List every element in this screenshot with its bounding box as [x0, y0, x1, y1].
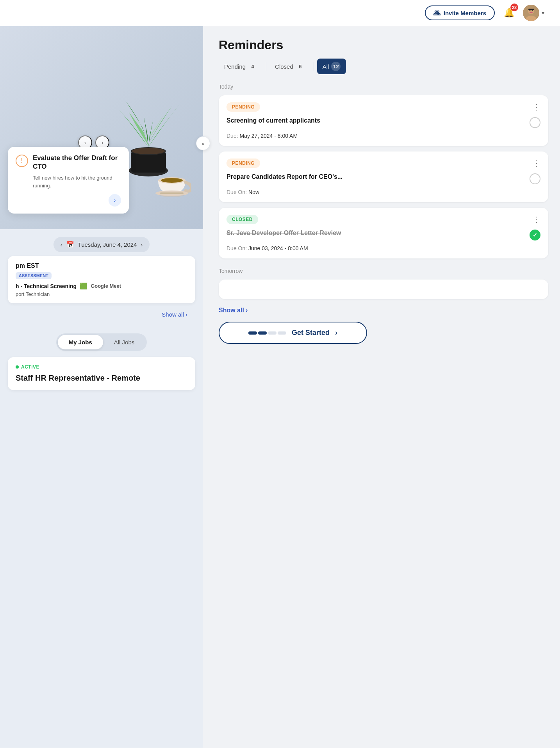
reminder-checkbox[interactable]: [530, 117, 540, 128]
tab-all-jobs[interactable]: All Jobs: [103, 335, 146, 349]
event-time: pm EST: [16, 262, 187, 269]
pending-count: 4: [248, 62, 257, 71]
reminder-due: Due On: Now: [226, 189, 540, 195]
active-label: ACTIVE: [21, 364, 39, 370]
warning-icon: !: [16, 155, 28, 167]
main-layout: ‹ › ! Evaluate the Offer Draft for CTO T…: [0, 26, 560, 748]
card-body: Tell new hires how to hit the ground run…: [33, 174, 121, 189]
reminder-card-0: PENDING ⋮ Screening of current applicant…: [219, 95, 548, 146]
more-options-button[interactable]: ⋮: [533, 102, 540, 112]
invite-icon: [433, 9, 441, 16]
filter-divider-2: [314, 62, 314, 71]
reminders-show-all-link[interactable]: Show all ›: [219, 307, 548, 314]
left-panel: ‹ › ! Evaluate the Offer Draft for CTO T…: [0, 26, 203, 748]
svg-rect-14: [160, 192, 184, 194]
avatar: [523, 5, 539, 21]
event-card: pm EST ASSESSMENT h - Technical Screenin…: [8, 256, 195, 303]
event-name: h - Technical Screening 🟩 Google Meet: [16, 282, 187, 290]
notification-badge: 22: [510, 4, 518, 11]
event-sub: port Technician: [16, 291, 187, 297]
date-prev-button[interactable]: ‹: [61, 242, 62, 248]
filter-all[interactable]: All 12: [317, 59, 346, 74]
filter-closed[interactable]: Closed 6: [269, 59, 310, 74]
gmeet-icon: 🟩: [80, 282, 87, 290]
job-title: Staff HR Representative - Remote: [16, 373, 187, 383]
events-area: pm EST ASSESSMENT h - Technical Screenin…: [0, 256, 203, 303]
svg-rect-5: [528, 9, 534, 10]
reminder-checkbox[interactable]: [530, 173, 540, 184]
panel-collapse-button[interactable]: »: [196, 136, 210, 150]
svg-point-12: [161, 178, 183, 183]
reminder-text: Sr. Java Developer Offer Letter Review: [226, 229, 525, 237]
tab-my-jobs[interactable]: My Jobs: [58, 335, 103, 349]
date-next-button[interactable]: ›: [141, 242, 143, 248]
notification-button[interactable]: 🔔 22: [501, 5, 517, 21]
status-badge: CLOSED: [226, 215, 258, 224]
header: Invite Members 🔔 22 ▾: [0, 0, 560, 26]
chevron-down-icon: ▾: [542, 10, 544, 16]
more-options-button[interactable]: ⋮: [533, 159, 540, 168]
events-show-all-link[interactable]: Show all ›: [162, 308, 195, 324]
svg-point-9: [132, 148, 165, 154]
user-menu[interactable]: ▾: [523, 5, 544, 21]
reminder-text: Screening of current applicants: [226, 116, 525, 125]
progress-segment-3: [278, 331, 286, 335]
section-tomorrow: Tomorrow: [219, 268, 548, 274]
floating-task-card: ! Evaluate the Offer Draft for CTO Tell …: [8, 147, 129, 214]
reminder-card-1: PENDING ⋮ Prepare Candidates Report for …: [219, 151, 548, 202]
jobs-tabs: My Jobs All Jobs: [0, 333, 203, 351]
closed-count: 6: [296, 62, 305, 71]
card-title: Evaluate the Offer Draft for CTO: [33, 154, 121, 171]
tab-group: My Jobs All Jobs: [56, 333, 147, 351]
hero-image: ‹ › ! Evaluate the Offer Draft for CTO T…: [0, 26, 203, 229]
filter-tabs: Pending 4 Closed 6 All 12: [219, 59, 548, 74]
reminder-card-2: CLOSED ⋮ Sr. Java Developer Offer Letter…: [219, 208, 548, 258]
progress-bar: [248, 331, 286, 335]
calendar-icon: 📅: [66, 241, 74, 248]
tomorrow-card: [219, 280, 548, 299]
reminders-title: Reminders: [219, 38, 548, 52]
progress-segment-1: [258, 331, 267, 335]
job-card: ACTIVE Staff HR Representative - Remote: [8, 357, 195, 390]
filter-divider: [266, 62, 266, 71]
reminders-list: PENDING ⋮ Screening of current applicant…: [219, 95, 548, 258]
card-arrow-button[interactable]: ›: [109, 194, 121, 207]
coffee-illustration: [152, 167, 191, 198]
active-dot: [16, 365, 19, 369]
date-label: Tuesday, June 4, 2024: [78, 241, 137, 248]
reminder-text: Prepare Candidates Report for CEO's...: [226, 173, 525, 181]
right-panel: Reminders Pending 4 Closed 6 All 12 Toda…: [203, 26, 560, 748]
section-today: Today: [219, 84, 548, 90]
event-tag: ASSESSMENT: [16, 272, 52, 279]
all-count: 12: [331, 62, 341, 71]
check-icon: ✓: [530, 230, 540, 240]
progress-segment-2: [268, 331, 276, 335]
filter-pending[interactable]: Pending 4: [219, 59, 263, 74]
active-badge: ACTIVE: [16, 364, 187, 370]
status-badge: PENDING: [226, 159, 260, 168]
reminder-due: Due On: June 03, 2024 - 8:00 AM: [226, 245, 540, 251]
reminder-due: Due: May 27, 2024 - 8:00 AM: [226, 133, 540, 139]
invite-members-button[interactable]: Invite Members: [425, 5, 495, 20]
status-badge: PENDING: [226, 102, 260, 112]
more-options-button[interactable]: ⋮: [533, 215, 540, 224]
date-selector: ‹ 📅 Tuesday, June 4, 2024 ›: [0, 229, 203, 256]
progress-segment-0: [248, 331, 257, 335]
get-started-button[interactable]: Get Started ›: [219, 322, 367, 344]
